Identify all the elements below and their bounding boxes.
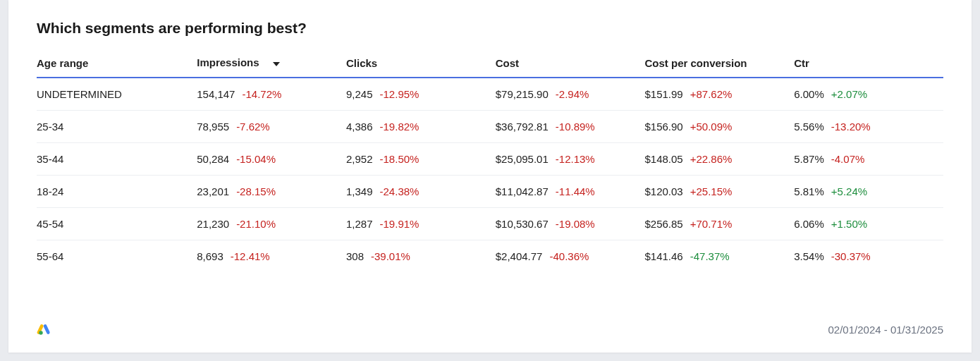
cell-age-value: UNDETERMINED (37, 88, 122, 100)
card-title: Which segments are performing best? (37, 20, 943, 37)
svg-point-2 (39, 331, 43, 335)
cell-value: $2,404.77 (496, 250, 543, 262)
cell-delta: -39.01% (371, 250, 410, 262)
sort-desc-icon (272, 58, 281, 70)
cell-delta: -19.08% (556, 218, 595, 230)
cell-cost: $2,404.77-40.36% (496, 240, 645, 272)
cell-cpc: $256.85+70.71% (644, 207, 794, 240)
cell-delta: -15.04% (236, 153, 276, 165)
cell-age-value: 25-34 (37, 121, 63, 133)
cell-value: $10,530.67 (496, 218, 549, 230)
col-header-label: Clicks (346, 57, 377, 69)
cell-ctr: 6.00%+2.07% (794, 78, 943, 111)
col-header-cpc[interactable]: Cost per conversion (644, 49, 794, 78)
table-row: 25-3478,955-7.62%4,386-19.82%$36,792.81-… (37, 110, 943, 142)
cell-ctr: 3.54%-30.37% (794, 240, 943, 272)
cell-impressions: 50,284-15.04% (197, 142, 346, 175)
card-footer: 02/01/2024 - 01/31/2025 (37, 322, 943, 337)
cell-value: $151.99 (644, 88, 682, 100)
cell-clicks: 4,386-19.82% (346, 110, 496, 142)
cell-cost: $25,095.01-12.13% (496, 142, 645, 175)
cell-delta: -7.62% (236, 121, 270, 133)
col-header-age[interactable]: Age range (37, 49, 197, 78)
cell-delta: -4.07% (831, 153, 865, 165)
cell-value: 4,386 (346, 121, 373, 133)
cell-age-value: 55-64 (37, 250, 63, 262)
cell-delta: -28.15% (236, 185, 276, 197)
cell-impressions: 78,955-7.62% (197, 110, 346, 142)
cell-delta: -13.20% (831, 121, 871, 133)
cell-delta: +22.86% (690, 153, 733, 165)
cell-clicks: 1,287-19.91% (346, 207, 496, 240)
cell-clicks: 1,349-24.38% (346, 175, 496, 207)
cell-age-value: 35-44 (37, 153, 63, 165)
cell-delta: -12.41% (231, 250, 270, 262)
cell-value: $36,792.81 (496, 121, 549, 133)
cell-value: 3.54% (794, 250, 824, 262)
cell-delta: +87.62% (690, 88, 733, 100)
cell-delta: +1.50% (831, 218, 867, 230)
col-header-impressions[interactable]: Impressions (197, 49, 346, 78)
cell-clicks: 9,245-12.95% (346, 78, 496, 111)
table-row: 55-648,693-12.41%308-39.01%$2,404.77-40.… (37, 240, 943, 272)
cell-age: 55-64 (37, 240, 197, 272)
cell-ctr: 5.81%+5.24% (794, 175, 943, 207)
google-ads-icon (37, 322, 52, 337)
table-row: 45-5421,230-21.10%1,287-19.91%$10,530.67… (37, 207, 943, 240)
cell-value: 1,349 (346, 185, 373, 197)
cell-delta: +25.15% (690, 185, 733, 197)
cell-cpc: $148.05+22.86% (644, 142, 794, 175)
cell-cpc: $151.99+87.62% (644, 78, 794, 111)
cell-delta: -30.37% (831, 250, 871, 262)
cell-value: 50,284 (197, 153, 229, 165)
cell-clicks: 2,952-18.50% (346, 142, 496, 175)
cell-value: 2,952 (346, 153, 373, 165)
cell-value: 308 (346, 250, 364, 262)
cell-age: 35-44 (37, 142, 197, 175)
cell-value: $148.05 (644, 153, 682, 165)
cell-delta: -12.95% (380, 88, 419, 100)
cell-cpc: $156.90+50.09% (644, 110, 794, 142)
date-range: 02/01/2024 - 01/31/2025 (828, 324, 943, 336)
cell-ctr: 6.06%+1.50% (794, 207, 943, 240)
cell-value: 1,287 (346, 218, 373, 230)
cell-delta: -10.89% (556, 121, 595, 133)
cell-value: 23,201 (197, 185, 229, 197)
cell-value: $141.46 (644, 250, 682, 262)
cell-delta: -18.50% (380, 153, 419, 165)
cell-impressions: 8,693-12.41% (197, 240, 346, 272)
col-header-ctr[interactable]: Ctr (794, 49, 943, 78)
cell-value: 154,147 (197, 88, 235, 100)
col-header-label: Cost (496, 57, 519, 69)
cell-cost: $36,792.81-10.89% (496, 110, 645, 142)
cell-value: 9,245 (346, 88, 373, 100)
cell-age: 25-34 (37, 110, 197, 142)
cell-value: 5.56% (794, 121, 824, 133)
cell-value: $25,095.01 (496, 153, 549, 165)
cell-age: UNDETERMINED (37, 78, 197, 111)
cell-ctr: 5.56%-13.20% (794, 110, 943, 142)
cell-value: 21,230 (197, 218, 229, 230)
cell-cost: $10,530.67-19.08% (496, 207, 645, 240)
cell-value: $11,042.87 (496, 185, 549, 197)
cell-value: 8,693 (197, 250, 223, 262)
cell-delta: -21.10% (236, 218, 276, 230)
svg-rect-1 (43, 324, 50, 334)
cell-ctr: 5.87%-4.07% (794, 142, 943, 175)
col-header-cost[interactable]: Cost (496, 49, 645, 78)
cell-value: $156.90 (644, 121, 682, 133)
cell-cpc: $120.03+25.15% (644, 175, 794, 207)
cell-value: 5.87% (794, 153, 824, 165)
cell-delta: -12.13% (556, 153, 595, 165)
cell-delta: -24.38% (380, 185, 419, 197)
col-header-clicks[interactable]: Clicks (346, 49, 496, 78)
cell-delta: +70.71% (690, 218, 733, 230)
cell-delta: -19.82% (380, 121, 419, 133)
cell-cost: $11,042.87-11.44% (496, 175, 645, 207)
cell-delta: -47.37% (690, 250, 730, 262)
table-header-row: Age range Impressions Clicks Cost Cost p… (37, 49, 943, 78)
cell-impressions: 154,147-14.72% (197, 78, 346, 111)
cell-value: $79,215.90 (496, 88, 549, 100)
cell-impressions: 21,230-21.10% (197, 207, 346, 240)
cell-cost: $79,215.90-2.94% (496, 78, 645, 111)
